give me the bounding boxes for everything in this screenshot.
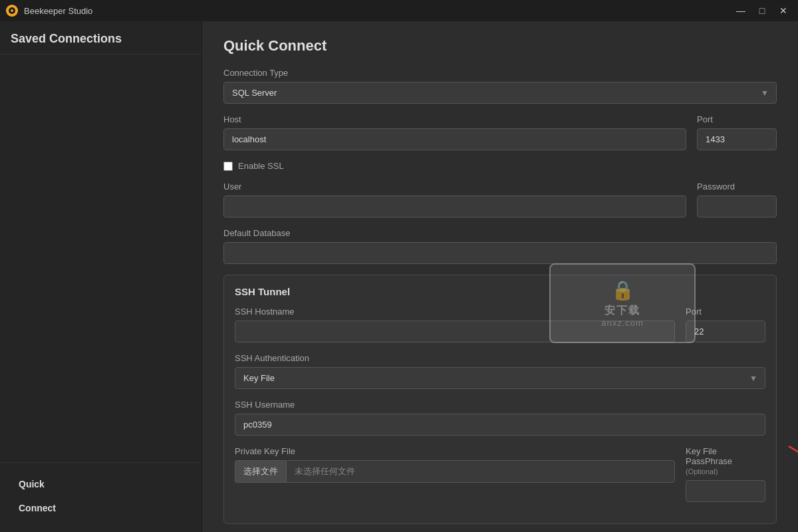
maximize-button[interactable]: □ (753, 4, 771, 17)
passphrase-label: Key File PassPhrase (Optional) (686, 446, 765, 476)
default-database-input[interactable] (223, 242, 777, 264)
default-database-label: Default Database (223, 228, 777, 238)
title-bar: Beekeeper Studio — □ ✕ (0, 0, 798, 21)
ssh-username-input[interactable] (235, 414, 765, 436)
minimize-button[interactable]: — (732, 4, 750, 17)
user-password-row: User Password (223, 182, 777, 228)
passphrase-label-text: Key File PassPhrase (686, 446, 732, 466)
sidebar-item-connect[interactable]: Connect (11, 497, 191, 519)
password-group: Password (697, 182, 777, 217)
user-label: User (223, 182, 686, 192)
ssh-port-label: Port (686, 307, 765, 317)
sidebar: Saved Connections Quick Connect (0, 21, 202, 532)
passphrase-group: Key File PassPhrase (Optional) (686, 446, 765, 502)
ssh-auth-select[interactable]: Key File (235, 367, 765, 389)
watermark-lock-icon: 🔒 (611, 279, 634, 301)
passphrase-input[interactable] (686, 480, 765, 502)
passphrase-optional-text: (Optional) (686, 467, 718, 475)
svg-line-4 (789, 446, 798, 468)
page-title: Quick Connect (223, 37, 777, 55)
ssh-auth-select-wrapper: Key File ▼ (235, 367, 765, 389)
host-port-row: Host Port (223, 114, 777, 161)
sidebar-footer: Quick Connect (0, 462, 201, 532)
password-input[interactable] (697, 196, 777, 217)
watermark-text-sub: anxz.com (601, 318, 644, 328)
ssh-port-group: Port (686, 307, 765, 342)
main-layout: Saved Connections Quick Connect Quick Co… (0, 21, 798, 532)
private-key-row: Private Key File 选择文件 未选择任何文件 Key File P… (235, 446, 765, 513)
user-input[interactable] (223, 196, 686, 217)
red-arrow-annotation (782, 443, 798, 479)
app-icon (5, 4, 19, 17)
connection-type-select-wrapper: SQL Server ▼ (223, 82, 777, 104)
password-label: Password (697, 182, 777, 192)
watermark-overlay: 🔒 安下载 anxz.com (549, 263, 696, 343)
choose-file-button[interactable]: 选择文件 (235, 460, 286, 483)
watermark-text-main: 安下载 (604, 304, 640, 318)
private-key-group: Private Key File 选择文件 未选择任何文件 (235, 446, 675, 502)
connection-type-group: Connection Type SQL Server ▼ (223, 68, 777, 104)
port-label: Port (697, 114, 777, 124)
user-group: User (223, 182, 686, 217)
content-wrapper: Quick Connect Connection Type SQL Server… (223, 37, 777, 532)
sidebar-content (0, 55, 201, 462)
sidebar-item-quick[interactable]: Quick (11, 473, 191, 495)
host-label: Host (223, 114, 686, 124)
title-bar-title: Beekeeper Studio (24, 6, 92, 16)
ssh-username-group: SSH Username (235, 400, 765, 436)
host-input[interactable] (223, 128, 686, 150)
ssh-auth-group: SSH Authentication Key File ▼ (235, 353, 765, 389)
ssl-row: Enable SSL (223, 161, 777, 171)
connection-type-label: Connection Type (223, 68, 777, 78)
port-input[interactable] (697, 128, 777, 150)
close-button[interactable]: ✕ (774, 4, 793, 17)
content-area: Quick Connect Connection Type SQL Server… (202, 21, 798, 532)
title-bar-left: Beekeeper Studio (5, 4, 92, 17)
ssh-port-input[interactable] (686, 321, 765, 342)
host-group: Host (223, 114, 686, 150)
sidebar-header: Saved Connections (0, 21, 201, 55)
ssl-checkbox[interactable] (223, 162, 233, 171)
ssh-auth-label: SSH Authentication (235, 353, 765, 363)
title-bar-controls: — □ ✕ (732, 4, 793, 17)
svg-point-2 (11, 9, 13, 12)
file-name-display: 未选择任何文件 (286, 460, 675, 483)
ssh-username-label: SSH Username (235, 400, 765, 410)
ssl-label[interactable]: Enable SSL (238, 161, 284, 171)
port-group: Port (697, 114, 777, 150)
file-input-row: 选择文件 未选择任何文件 (235, 460, 675, 483)
default-database-group: Default Database (223, 228, 777, 264)
connection-type-select[interactable]: SQL Server (223, 82, 777, 104)
private-key-label: Private Key File (235, 446, 675, 456)
